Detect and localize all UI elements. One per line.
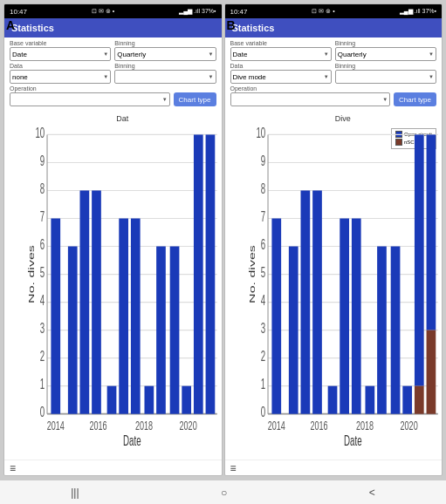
svg-text:Date: Date [123, 433, 141, 449]
base-variable-group: Base variable Date ▼ [10, 40, 111, 61]
base-variable-group: Base variable Date ▼ [230, 40, 332, 61]
base-variable-dropdown[interactable]: Date ▼ [230, 47, 332, 61]
chevron-down-icon: ▼ [103, 51, 108, 57]
svg-text:0: 0 [40, 405, 45, 420]
operation-group: Operation ▼ [230, 85, 391, 106]
chart-type-button[interactable]: Chart type [394, 92, 436, 106]
base-variable-value: Date [233, 51, 248, 58]
svg-text:2016: 2016 [310, 419, 327, 433]
svg-text:2020: 2020 [400, 419, 417, 433]
data-dropdown[interactable]: none ▼ [10, 70, 111, 84]
base-variable-label: Base variable [10, 40, 111, 46]
hamburger-menu[interactable]: ≡ [4, 460, 222, 475]
nav-button-___[interactable]: ||| [64, 485, 86, 501]
svg-text:10: 10 [256, 125, 265, 140]
chevron-down-icon: ▼ [429, 74, 434, 79]
chart-svg: 0123456789102014201620182020DateNo. dive… [25, 125, 220, 444]
binning-dropdown-1[interactable]: Quarterly ▼ [114, 47, 216, 61]
svg-text:4: 4 [40, 293, 45, 309]
svg-rect-39 [170, 247, 180, 414]
binning-label-2: Binning [114, 63, 216, 69]
svg-rect-37 [144, 386, 154, 414]
operation-label: Operation [10, 85, 170, 92]
binning-group-2: Binning ▼ [335, 63, 436, 84]
hamburger-menu[interactable]: ≡ [225, 460, 443, 475]
svg-rect-31 [68, 247, 78, 414]
svg-text:2016: 2016 [89, 419, 106, 433]
svg-rect-85 [414, 386, 423, 414]
panel-label-b: B [227, 18, 236, 32]
base-variable-dropdown[interactable]: Date ▼ [10, 47, 111, 61]
status-bar: 10:47 ⊡ ✉ ⊚ • ▂▄▆ .ıll 37%▪ [225, 4, 443, 18]
svg-text:4: 4 [260, 293, 264, 309]
status-icons: ⊡ ✉ ⊚ • [312, 8, 334, 15]
operation-dropdown[interactable]: ▼ [230, 92, 391, 106]
base-variable-value: Date [12, 51, 27, 58]
svg-rect-36 [131, 219, 141, 414]
svg-rect-30 [51, 219, 60, 414]
chevron-down-icon: ▼ [209, 74, 214, 79]
title-bar: Statistics [225, 18, 443, 37]
svg-rect-38 [156, 247, 166, 414]
svg-rect-86 [426, 134, 436, 330]
status-icons: ⊡ ✉ ⊚ • [92, 8, 114, 15]
svg-rect-32 [80, 190, 90, 413]
operation-dropdown[interactable]: ▼ [10, 92, 170, 106]
panel-a: 10:47 ⊡ ✉ ⊚ • ▂▄▆ .ıll 37%▪ Statistics B… [3, 3, 223, 476]
svg-text:3: 3 [40, 321, 45, 337]
svg-rect-74 [288, 247, 298, 414]
svg-text:Date: Date [344, 433, 362, 449]
binning-label-2: Binning [335, 63, 436, 69]
svg-rect-77 [327, 386, 337, 414]
svg-text:No. dives: No. dives [26, 245, 36, 303]
svg-text:3: 3 [260, 321, 264, 337]
svg-text:6: 6 [260, 236, 264, 252]
panel-label-a: A [6, 18, 15, 32]
svg-rect-78 [340, 219, 349, 414]
chart-inner: 0123456789102014201620182020DateNo. dive… [25, 125, 220, 444]
binning-value-1: Quarterly [117, 51, 146, 58]
chart-type-button[interactable]: Chart type [174, 92, 216, 106]
status-signal: ▂▄▆ .ıll 37%▪ [179, 8, 216, 15]
svg-text:9: 9 [260, 153, 264, 168]
status-time: 10:47 [230, 8, 248, 16]
data-dropdown[interactable]: Dive mode ▼ [230, 70, 332, 84]
chart-area: Dat0123456789102014201620182020DateNo. d… [4, 111, 222, 460]
chevron-down-icon: ▼ [209, 51, 214, 57]
status-time: 10:47 [10, 8, 27, 16]
svg-rect-33 [92, 190, 101, 413]
nav-button-_[interactable]: < [362, 485, 382, 501]
svg-rect-81 [377, 247, 387, 414]
binning-value-1: Quarterly [338, 51, 367, 58]
chart-title: Dat [25, 114, 220, 123]
chart-svg: 0123456789102014201620182020DateNo. dive… [246, 125, 441, 444]
svg-text:2: 2 [260, 349, 264, 364]
svg-rect-73 [271, 219, 281, 414]
svg-rect-80 [365, 386, 374, 414]
binning-label-1: Binning [114, 40, 216, 46]
binning-dropdown-1[interactable]: Quarterly ▼ [335, 47, 436, 61]
svg-text:1: 1 [40, 377, 45, 392]
svg-text:8: 8 [260, 180, 264, 196]
chart-inner: 0123456789102014201620182020DateNo. dive… [246, 125, 441, 444]
svg-rect-75 [300, 190, 310, 413]
svg-text:2014: 2014 [267, 419, 285, 433]
chevron-down-icon: ▼ [429, 51, 434, 57]
binning-group-1: Binning Quarterly ▼ [335, 40, 436, 61]
binning-dropdown-2[interactable]: ▼ [114, 70, 216, 84]
svg-rect-82 [390, 247, 400, 414]
nav-button-_[interactable]: ○ [214, 485, 234, 501]
svg-text:2020: 2020 [180, 419, 197, 433]
svg-text:6: 6 [40, 236, 45, 252]
binning-dropdown-2[interactable]: ▼ [335, 70, 436, 84]
chevron-down-icon: ▼ [382, 97, 388, 102]
data-group: Data Dive mode ▼ [230, 63, 332, 84]
svg-text:2014: 2014 [47, 419, 65, 433]
svg-rect-34 [107, 386, 117, 414]
svg-text:5: 5 [40, 264, 45, 280]
chevron-down-icon: ▼ [162, 97, 168, 102]
svg-text:10: 10 [35, 125, 45, 140]
svg-text:8: 8 [40, 180, 45, 196]
svg-rect-84 [414, 134, 423, 385]
title-bar: Statistics [4, 18, 222, 37]
